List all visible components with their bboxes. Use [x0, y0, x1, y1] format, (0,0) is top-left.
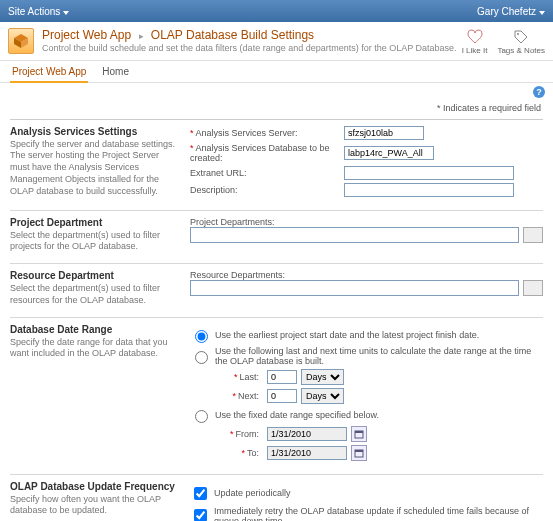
- analysis-server-input[interactable]: [344, 126, 424, 140]
- tags-notes-button[interactable]: Tags & Notes: [497, 28, 545, 56]
- to-date-picker-button[interactable]: [351, 445, 367, 461]
- help-icon[interactable]: ?: [533, 86, 545, 98]
- section-date-range: Database Date Range Specify the date ran…: [10, 317, 543, 474]
- section-title: Database Date Range: [10, 324, 180, 335]
- label-last: Last:: [239, 372, 259, 382]
- last-unit-select[interactable]: Days: [301, 369, 344, 385]
- section-resource-department: Resource Department Select the departmen…: [10, 263, 543, 316]
- label-analysis-db: Analysis Services Database to be created…: [190, 143, 330, 163]
- like-button[interactable]: I Like It: [462, 28, 488, 56]
- section-update-frequency: OLAP Database Update Frequency Specify h…: [10, 474, 543, 521]
- page-icon: [8, 28, 34, 54]
- label-extranet-url: Extranet URL:: [190, 168, 340, 178]
- resource-departments-input[interactable]: [190, 280, 519, 296]
- breadcrumb-separator-icon: ▸: [139, 31, 144, 41]
- section-title: Analysis Services Settings: [10, 126, 180, 137]
- label-project-departments: Project Departments:: [190, 217, 543, 227]
- checkbox-update-periodically[interactable]: [194, 487, 207, 500]
- page-title: OLAP Database Build Settings: [151, 28, 314, 42]
- from-date-picker-button[interactable]: [351, 426, 367, 442]
- project-departments-picker-button[interactable]: [523, 227, 543, 243]
- breadcrumb: Project Web App ▸ OLAP Database Build Se…: [42, 28, 462, 42]
- next-unit-select[interactable]: Days: [301, 388, 344, 404]
- calendar-icon: [354, 429, 364, 439]
- cube-icon: [13, 33, 29, 49]
- section-desc: Specify how often you want the OLAP data…: [10, 494, 180, 517]
- last-input[interactable]: [267, 370, 297, 384]
- tab-bar: Project Web App Home: [0, 61, 553, 83]
- section-analysis-services: Analysis Services Settings Specify the s…: [10, 119, 543, 210]
- label-update-periodically: Update periodically: [214, 488, 291, 498]
- next-input[interactable]: [267, 389, 297, 403]
- section-title: Project Department: [10, 217, 180, 228]
- user-menu[interactable]: Gary Chefetz: [477, 6, 545, 17]
- section-desc: Select the department(s) used to filter …: [10, 283, 180, 306]
- section-title: OLAP Database Update Frequency: [10, 481, 180, 492]
- breadcrumb-root[interactable]: Project Web App: [42, 28, 131, 42]
- resource-departments-picker-button[interactable]: [523, 280, 543, 296]
- chevron-down-icon: [63, 11, 69, 15]
- section-project-department: Project Department Select the department…: [10, 210, 543, 263]
- radio-earliest-latest[interactable]: [195, 330, 208, 343]
- analysis-db-input[interactable]: [344, 146, 434, 160]
- label-to: To:: [247, 448, 259, 458]
- description-input[interactable]: [344, 183, 514, 197]
- radio-last-next-units[interactable]: [195, 351, 208, 364]
- required-field-note: * Indicates a required field: [0, 101, 553, 119]
- project-departments-input[interactable]: [190, 227, 519, 243]
- label-retry-on-fail: Immediately retry the OLAP database upda…: [214, 506, 543, 521]
- svg-rect-7: [355, 450, 363, 452]
- tag-icon: [512, 28, 530, 46]
- svg-rect-5: [355, 431, 363, 433]
- label-analysis-server: Analysis Services Server:: [196, 128, 298, 138]
- tab-home[interactable]: Home: [100, 63, 131, 82]
- site-actions-menu[interactable]: Site Actions: [8, 6, 69, 17]
- section-desc: Specify the date range for data that you…: [10, 337, 180, 360]
- page-subtitle: Control the build schedule and set the d…: [42, 43, 462, 53]
- svg-point-3: [517, 33, 519, 35]
- section-desc: Specify the server and database settings…: [10, 139, 180, 197]
- label-radio-fixed-range: Use the fixed date range specified below…: [215, 410, 379, 420]
- chevron-down-icon: [539, 11, 545, 15]
- label-radio-last-next-units: Use the following last and next time uni…: [215, 346, 543, 366]
- label-from: From:: [236, 429, 260, 439]
- label-radio-earliest-latest: Use the earliest project start date and …: [215, 330, 479, 340]
- extranet-url-input[interactable]: [344, 166, 514, 180]
- section-title: Resource Department: [10, 270, 180, 281]
- label-resource-departments: Resource Departments:: [190, 270, 543, 280]
- from-date-input[interactable]: [267, 427, 347, 441]
- radio-fixed-range[interactable]: [195, 410, 208, 423]
- page-header: Project Web App ▸ OLAP Database Build Se…: [0, 22, 553, 61]
- calendar-icon: [354, 448, 364, 458]
- label-next: Next:: [238, 391, 259, 401]
- section-desc: Select the department(s) used to filter …: [10, 230, 180, 253]
- tab-project-web-app[interactable]: Project Web App: [10, 63, 88, 83]
- ribbon-topbar: Site Actions Gary Chefetz: [0, 0, 553, 22]
- heart-icon: [466, 28, 484, 46]
- to-date-input[interactable]: [267, 446, 347, 460]
- label-description: Description:: [190, 185, 340, 195]
- checkbox-retry-on-fail[interactable]: [194, 509, 207, 521]
